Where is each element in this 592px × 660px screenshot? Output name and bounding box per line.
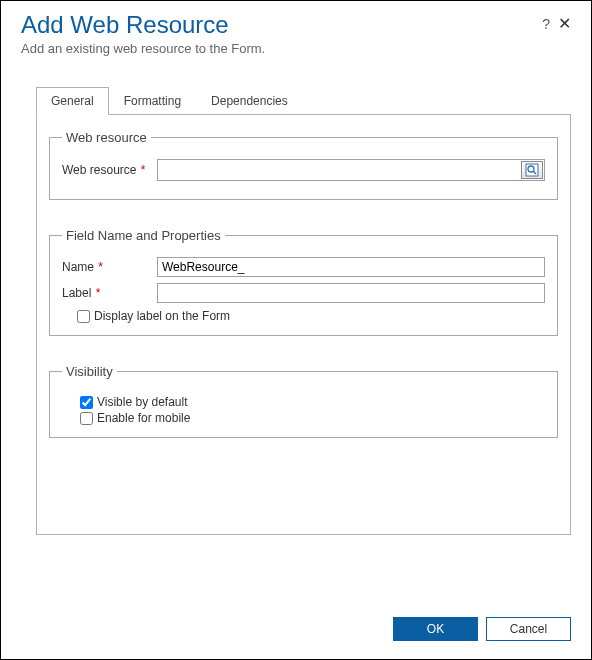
legend-visibility: Visibility: [62, 364, 117, 379]
cancel-button[interactable]: Cancel: [486, 617, 571, 641]
visible-default-text: Visible by default: [97, 395, 188, 409]
label-name: Name *: [62, 260, 157, 274]
tab-content-general: Web resource Web resource *: [36, 115, 571, 535]
display-label-text: Display label on the Form: [94, 309, 230, 323]
required-asterisk: *: [137, 163, 145, 177]
required-asterisk: *: [92, 286, 100, 300]
legend-field-name: Field Name and Properties: [62, 228, 225, 243]
label-label: Label *: [62, 286, 157, 300]
tab-dependencies[interactable]: Dependencies: [196, 87, 303, 115]
legend-web-resource: Web resource: [62, 130, 151, 145]
dialog-title: Add Web Resource: [21, 11, 571, 39]
required-asterisk: *: [95, 260, 103, 274]
fieldset-field-name: Field Name and Properties Name * Label *…: [49, 228, 558, 336]
visible-default-checkbox[interactable]: [80, 396, 93, 409]
label-input[interactable]: [157, 283, 545, 303]
display-label-checkbox[interactable]: [77, 310, 90, 323]
label-web-resource: Web resource *: [62, 163, 157, 177]
enable-mobile-checkbox[interactable]: [80, 412, 93, 425]
lookup-icon[interactable]: [521, 161, 543, 179]
name-input[interactable]: [157, 257, 545, 277]
tab-formatting[interactable]: Formatting: [109, 87, 196, 115]
web-resource-input[interactable]: [158, 160, 520, 180]
help-icon[interactable]: ?: [542, 16, 550, 32]
tab-general[interactable]: General: [36, 87, 109, 115]
ok-button[interactable]: OK: [393, 617, 478, 641]
enable-mobile-text: Enable for mobile: [97, 411, 190, 425]
close-icon[interactable]: ✕: [558, 16, 571, 32]
dialog-subtitle: Add an existing web resource to the Form…: [21, 41, 571, 56]
fieldset-visibility: Visibility Visible by default Enable for…: [49, 364, 558, 438]
tab-strip: General Formatting Dependencies: [36, 86, 571, 115]
web-resource-lookup[interactable]: [157, 159, 545, 181]
fieldset-web-resource: Web resource Web resource *: [49, 130, 558, 200]
